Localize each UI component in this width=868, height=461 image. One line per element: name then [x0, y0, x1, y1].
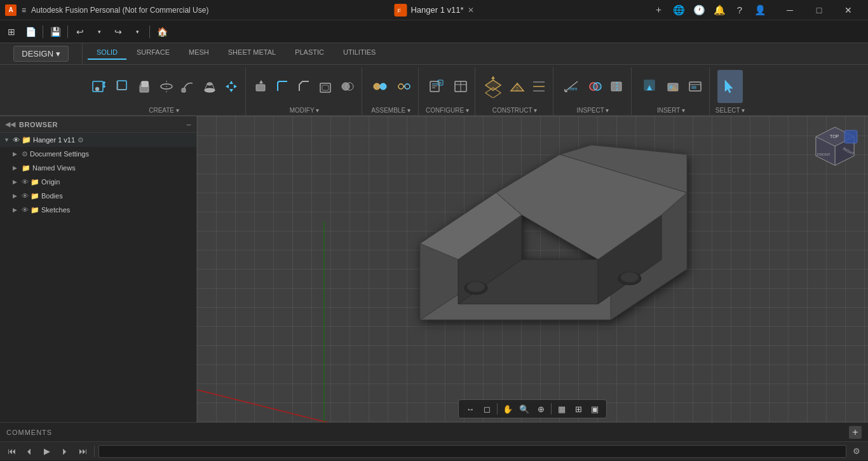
- move-copy-btn[interactable]: [221, 76, 241, 97]
- doc-expand[interactable]: ▶: [13, 151, 22, 157]
- tab-solid[interactable]: SOLID: [88, 46, 126, 60]
- step-back-btn[interactable]: ⏴: [22, 444, 37, 459]
- tab-surface[interactable]: SURFACE: [128, 46, 179, 60]
- configure-model-btn[interactable]: +: [424, 70, 449, 103]
- views-expand[interactable]: ▶: [13, 165, 22, 171]
- revolve-btn[interactable]: [156, 76, 177, 97]
- root-expand-btn[interactable]: ▼: [4, 137, 13, 143]
- canvas-btn[interactable]: [685, 76, 705, 97]
- extrude-btn[interactable]: [135, 76, 155, 97]
- step-fwd-btn[interactable]: ⏵: [57, 444, 72, 459]
- display-mode-btn[interactable]: ▦: [554, 401, 569, 416]
- section-analysis-btn[interactable]: [607, 76, 627, 97]
- add-btn[interactable]: ＋: [649, 1, 667, 19]
- insert-label[interactable]: INSERT ▾: [657, 107, 685, 114]
- plane-at-angle-btn[interactable]: [507, 76, 527, 97]
- timeline-settings-btn[interactable]: ⚙: [849, 444, 864, 459]
- home-view-btn[interactable]: ◻: [479, 401, 494, 416]
- offset-plane-btn[interactable]: [480, 70, 506, 103]
- midplane-btn[interactable]: [529, 76, 549, 97]
- play-to-start-btn[interactable]: ⏮: [4, 444, 19, 459]
- add-comment-btn[interactable]: +: [849, 426, 862, 439]
- create-label[interactable]: CREATE ▾: [149, 107, 179, 114]
- loft-btn[interactable]: [200, 76, 220, 97]
- origin-eye-icon[interactable]: 👁: [22, 178, 29, 186]
- browser-bodies[interactable]: ▶ 👁 📁 Bodies: [0, 189, 196, 203]
- maximize-btn[interactable]: □: [804, 0, 834, 20]
- sketches-eye-icon[interactable]: 👁: [22, 206, 29, 214]
- viewport[interactable]: TOP RIGHT FRONT ↔ ◻ ✋ 🔍 ⊕ ▦ ⊞ ▣: [197, 116, 868, 422]
- help-btn[interactable]: ?: [731, 1, 749, 19]
- modify-label[interactable]: MODIFY ▾: [290, 107, 319, 114]
- interference-btn[interactable]: [585, 76, 606, 97]
- select-btn[interactable]: [717, 70, 743, 103]
- sketches-expand[interactable]: ▶: [13, 207, 22, 213]
- insert-derive-btn[interactable]: [637, 70, 662, 103]
- new-component-btn[interactable]: +: [86, 70, 112, 103]
- redo-dropdown-btn[interactable]: ▾: [128, 23, 146, 41]
- create-sketch-btn[interactable]: [113, 76, 133, 97]
- viewcube[interactable]: TOP RIGHT FRONT: [810, 124, 860, 175]
- table-btn[interactable]: [451, 76, 471, 97]
- redo-btn[interactable]: ↪: [109, 23, 127, 41]
- grid-menu-btn[interactable]: ⊞: [3, 23, 20, 41]
- construct-label[interactable]: CONSTRUCT ▾: [492, 107, 537, 114]
- browser-doc-settings[interactable]: ▶ ⚙ Document Settings: [0, 147, 196, 161]
- select-label[interactable]: SELECT ▾: [715, 107, 745, 114]
- combine-btn[interactable]: [337, 76, 358, 97]
- tab-plastic[interactable]: PLASTIC: [286, 46, 333, 60]
- file-btn[interactable]: 📄: [22, 23, 39, 41]
- history-btn[interactable]: 🕐: [690, 1, 708, 19]
- measure-btn[interactable]: mm: [559, 70, 584, 103]
- close-btn[interactable]: ✕: [834, 0, 863, 20]
- svg-text:mm: mm: [569, 86, 578, 92]
- notifications-btn[interactable]: 🔔: [710, 1, 728, 19]
- save-btn[interactable]: 💾: [46, 23, 64, 41]
- bodies-eye-icon[interactable]: 👁: [22, 192, 29, 200]
- root-settings-icon[interactable]: ⚙: [78, 136, 84, 144]
- tab-mesh[interactable]: MESH: [180, 46, 218, 60]
- shell-btn[interactable]: [316, 76, 336, 97]
- decal-btn[interactable]: [663, 76, 684, 97]
- views-folder-icon: 📁: [22, 164, 31, 172]
- browser-sketches[interactable]: ▶ 👁 📁 Sketches: [0, 203, 196, 217]
- browser-origin[interactable]: ▶ 👁 📁 Origin: [0, 175, 196, 189]
- home-btn[interactable]: 🏠: [153, 23, 171, 41]
- undo-dropdown-btn[interactable]: ▾: [90, 23, 108, 41]
- assemble-label[interactable]: ASSEMBLE ▾: [371, 107, 410, 114]
- account-btn[interactable]: 👤: [751, 1, 769, 19]
- toolbar-menu-file[interactable]: ≡: [22, 6, 26, 15]
- as-built-joint-btn[interactable]: [394, 76, 414, 97]
- undo-btn[interactable]: ↩: [71, 23, 89, 41]
- sweep-btn[interactable]: [178, 76, 198, 97]
- pan-btn[interactable]: ✋: [500, 401, 515, 416]
- browser-root-item[interactable]: ▼ 👁 📁 Hanger 1 v11 ⚙: [0, 133, 196, 147]
- design-dropdown-btn[interactable]: DESIGN ▾: [13, 46, 68, 62]
- grid-toggle-btn[interactable]: ⊞: [571, 401, 586, 416]
- fillet-btn[interactable]: [273, 76, 293, 97]
- timeline-track[interactable]: [98, 445, 846, 458]
- zoom-btn[interactable]: 🔍: [517, 401, 532, 416]
- close-file-btn[interactable]: ✕: [468, 6, 474, 15]
- visual-style-btn[interactable]: ▣: [587, 401, 602, 416]
- tab-utilities[interactable]: UTILITIES: [334, 46, 384, 60]
- browser-collapse-btn[interactable]: −: [186, 120, 191, 130]
- tab-sheet-metal[interactable]: SHEET METAL: [219, 46, 285, 60]
- orbit-btn[interactable]: ↔: [463, 401, 478, 416]
- collapse-arrow[interactable]: ◀◀: [5, 120, 15, 128]
- play-btn[interactable]: ▶: [39, 444, 55, 459]
- joint-btn[interactable]: [367, 70, 393, 103]
- press-pull-btn[interactable]: [251, 76, 271, 97]
- inspect-label[interactable]: INSPECT ▾: [577, 107, 609, 114]
- configure-label[interactable]: CONFIGURE ▾: [426, 107, 469, 114]
- fit-btn[interactable]: ⊕: [533, 401, 548, 416]
- origin-expand[interactable]: ▶: [13, 179, 22, 185]
- chamfer-btn[interactable]: [294, 76, 315, 97]
- browser-named-views[interactable]: ▶ 📁 Named Views: [0, 161, 196, 175]
- root-eye-icon[interactable]: 👁: [13, 136, 20, 144]
- bodies-expand[interactable]: ▶: [13, 193, 22, 199]
- play-to-end-btn[interactable]: ⏭: [75, 444, 90, 459]
- bodies-folder-icon: 📁: [31, 192, 39, 200]
- network-btn[interactable]: 🌐: [670, 1, 688, 19]
- minimize-btn[interactable]: ─: [775, 0, 804, 20]
